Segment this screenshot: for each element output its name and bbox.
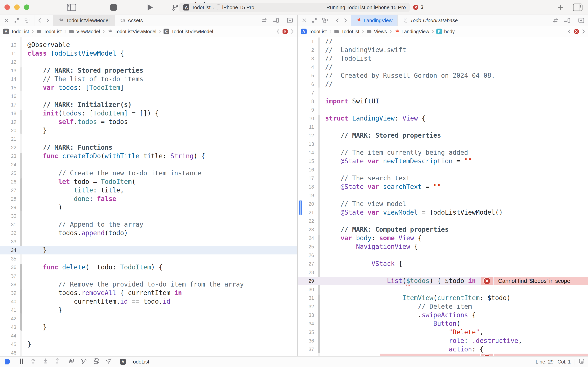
code-line[interactable]: 30 (0, 212, 297, 220)
issue-badge-icon[interactable] (573, 29, 579, 34)
editor-layout-icon[interactable] (322, 18, 328, 23)
line-number[interactable]: 26 (298, 252, 317, 258)
code-line[interactable]: 12 (0, 58, 297, 66)
line-number[interactable]: 29 (298, 278, 317, 284)
line-number[interactable]: 18 (298, 184, 317, 190)
code-line[interactable]: 17 // The search text (298, 174, 588, 183)
line-number[interactable]: 33 (298, 312, 317, 318)
line-number[interactable]: 13 (298, 141, 317, 147)
code-line[interactable]: 10@Observable (0, 41, 297, 49)
line-number[interactable]: 27 (0, 188, 19, 193)
code-line[interactable]: 29 List($todos) { $todo inCannot find '$… (298, 277, 588, 285)
step-over-icon[interactable] (30, 358, 37, 366)
line-number[interactable]: 31 (298, 295, 317, 301)
line-number[interactable]: 6 (298, 82, 317, 87)
line-number[interactable]: 36 (298, 338, 317, 344)
breadcrumb-item[interactable]: TodoList (334, 29, 359, 34)
line-number[interactable]: 45 (0, 342, 19, 347)
code-line[interactable]: 18 @State var searchText = "" (298, 183, 588, 191)
code-line[interactable]: 22 (298, 217, 588, 225)
line-number[interactable]: 11 (0, 51, 19, 56)
breadcrumb-item[interactable]: ViewModel (69, 29, 100, 34)
code-line[interactable]: 21 @State var viewModel = TodoListViewMo… (298, 208, 588, 217)
next-issue-icon[interactable] (291, 29, 294, 34)
code-line[interactable]: 44 (0, 331, 297, 340)
line-number[interactable]: 34 (0, 247, 19, 253)
code-line[interactable]: 36 func delete(_ todo: TodoItem) { (0, 263, 297, 272)
line-number[interactable]: 2 (298, 47, 317, 53)
go-forward-icon[interactable] (344, 18, 347, 23)
code-line[interactable]: 5// Created by Russell Gordon on 2024-04… (298, 71, 588, 80)
line-number[interactable]: 24 (298, 235, 317, 241)
swap-file-icon[interactable] (552, 18, 559, 23)
code-line[interactable]: 33 .swipeActions { (298, 311, 588, 319)
code-line[interactable]: 32 // Delete item (298, 302, 588, 311)
line-number[interactable]: 23 (0, 153, 19, 159)
line-number[interactable]: 24 (0, 162, 19, 167)
code-line[interactable]: 14 // The item currently being added (298, 148, 588, 157)
code-editor[interactable]: 10@Observable11class TodoListViewModel {… (0, 37, 297, 356)
code-line[interactable]: 24 var body: some View { (298, 234, 588, 242)
add-tab-button[interactable] (557, 4, 564, 12)
close-window-button[interactable] (4, 4, 10, 10)
previous-issue-icon[interactable] (277, 29, 279, 34)
code-line[interactable]: 40 currentItem.id == todo.id (0, 297, 297, 306)
line-number[interactable]: 1 (298, 39, 317, 44)
line-number[interactable]: 13 (0, 68, 19, 74)
memory-graph-icon[interactable] (81, 358, 87, 366)
line-number[interactable]: 18 (0, 111, 19, 116)
code-line[interactable]: 23 // MARK: Computed properties (298, 225, 588, 234)
code-line[interactable]: 13 (298, 140, 588, 148)
breadcrumb-item[interactable]: TodoListViewModel (107, 29, 156, 34)
code-line[interactable]: 31 // Append to the array (0, 220, 297, 229)
line-number[interactable]: 12 (0, 59, 19, 65)
code-line[interactable]: 11 (298, 123, 588, 131)
code-line[interactable]: 15 var todos: [TodoItem] (0, 83, 297, 92)
line-number[interactable]: 14 (0, 76, 19, 82)
code-line[interactable]: 17 // MARK: Initializer(s) (0, 100, 297, 109)
pause-icon[interactable] (19, 358, 24, 366)
issue-badge-icon[interactable] (282, 29, 288, 34)
code-line[interactable]: 29 ) (0, 203, 297, 212)
line-number[interactable]: 15 (298, 158, 317, 164)
code-line[interactable]: 45} (0, 340, 297, 349)
line-number[interactable]: 41 (0, 307, 19, 313)
line-number[interactable]: 14 (298, 150, 317, 156)
line-number[interactable]: 21 (298, 210, 317, 215)
minimize-window-button[interactable] (14, 4, 20, 10)
line-number[interactable]: 5 (298, 73, 317, 79)
code-line[interactable]: 3// TodoList (298, 54, 588, 63)
issue-summary[interactable]: 3 (413, 4, 423, 10)
code-line[interactable]: 37 action: { (298, 345, 588, 354)
code-line[interactable]: 34 Button( (298, 319, 588, 328)
code-line[interactable]: 28 (298, 268, 588, 277)
line-number[interactable]: 8 (298, 99, 317, 104)
enter-fullscreen-icon[interactable] (312, 18, 317, 23)
code-line[interactable]: 21 (0, 135, 297, 143)
code-line[interactable]: 30 (298, 285, 588, 294)
code-line[interactable]: 33 (0, 237, 297, 246)
code-line[interactable]: 27 title: title, (0, 186, 297, 195)
go-back-icon[interactable] (38, 18, 41, 23)
editor-options-icon[interactable] (272, 18, 279, 23)
line-number[interactable]: 25 (298, 244, 317, 250)
code-line[interactable]: 16 (298, 166, 588, 174)
adjust-editor-icon[interactable] (579, 358, 585, 366)
close-split-icon[interactable] (4, 18, 9, 23)
code-line[interactable]: 23 func createToDo(withTitle title: Stri… (0, 152, 297, 160)
code-line[interactable]: 35 (0, 254, 297, 263)
line-number[interactable]: 37 (0, 273, 19, 279)
editor-options-icon[interactable] (564, 18, 570, 23)
line-number[interactable]: 31 (0, 222, 19, 227)
code-line[interactable]: 20 // The view model (298, 200, 588, 208)
code-line[interactable]: 25 NavigationView { (298, 242, 588, 251)
line-number[interactable]: 36 (0, 265, 19, 270)
code-line[interactable]: 13 // MARK: Stored properties (0, 66, 297, 75)
line-number[interactable]: 46 (0, 350, 19, 356)
code-line[interactable]: 8import SwiftUI (298, 97, 588, 106)
error-annotation[interactable]: Cannot find '$todos' in scope (494, 277, 588, 285)
line-number[interactable]: 23 (298, 227, 317, 233)
code-editor[interactable]: 1//2// LandingView.swift3// TodoList4//5… (298, 37, 588, 356)
line-number[interactable]: 43 (0, 325, 19, 330)
run-button[interactable] (147, 4, 153, 12)
